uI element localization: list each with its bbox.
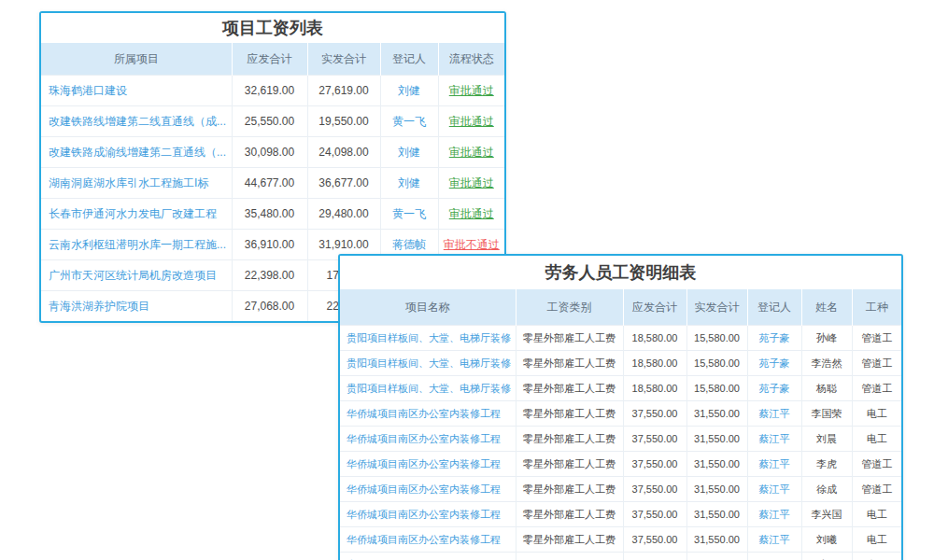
table-row: 贵阳项目样板间、大堂、电梯厅装修零星外部雇工人工费18,580.0015,580… (340, 376, 901, 401)
table-row: 湖南洞庭湖水库引水工程施工I标44,677.0036,677.00刘健审批通过 (41, 168, 504, 199)
registrar-link[interactable]: 蔡江平 (747, 427, 801, 452)
payable-amount: 39,403.00 (623, 553, 686, 560)
paid-amount: 24,098.00 (307, 137, 380, 168)
payable-amount: 22,398.00 (232, 260, 307, 291)
project-link[interactable]: 改建铁路成渝线增建第二直通线（... (41, 137, 232, 168)
column-header-registrar: 登记人 (747, 289, 801, 326)
table-row: 改建铁路线增建第二线直通线（成...25,550.0019,550.00黄一飞审… (41, 106, 504, 137)
paid-amount: 29,480.00 (307, 199, 380, 230)
paid-amount: 19,550.00 (307, 106, 380, 137)
status-link[interactable]: 审批通过 (438, 106, 504, 137)
worker-name-cell: 李浩然 (801, 351, 852, 376)
payable-amount: 18,580.00 (623, 326, 686, 351)
payable-amount: 27,068.00 (232, 291, 307, 322)
job-type-cell: 管道工 (852, 376, 901, 401)
project-salary-table-title: 项目工资列表 (41, 13, 504, 43)
wage-type-cell: 自有工人人工费 (516, 553, 623, 560)
registrar-link[interactable]: 蔡江平 (747, 502, 801, 527)
column-header-payable-total: 应发合计 (232, 43, 307, 76)
project-link[interactable]: 长春市伊通河水力发电厂改建工程 (41, 199, 232, 230)
column-header-paid-total: 实发合计 (307, 43, 380, 76)
payable-amount: 37,550.00 (623, 502, 686, 527)
labor-salary-detail-table-title: 劳务人员工资明细表 (340, 256, 901, 289)
column-header-payable-total: 应发合计 (623, 289, 686, 326)
project-link[interactable]: 珠海鹤港口建设 (41, 76, 232, 106)
status-link[interactable]: 审批通过 (438, 137, 504, 168)
project-link[interactable]: 贵阳项目样板间、大堂、电梯厅装修 (340, 376, 516, 401)
table-row: 华侨城项目南区办公室内装修工程零星外部雇工人工费37,550.0031,550.… (340, 427, 901, 452)
table-row: 华侨城项目南区办公室内装修工程零星外部雇工人工费37,550.0031,550.… (340, 477, 901, 502)
status-link[interactable]: 审批通过 (438, 168, 504, 199)
worker-name-cell: 孙峰 (801, 326, 852, 351)
wage-type-cell: 零星外部雇工人工费 (516, 502, 623, 527)
wage-type-cell: 零星外部雇工人工费 (516, 452, 623, 477)
payable-amount: 25,550.00 (232, 106, 307, 137)
column-header-project: 所属项目 (41, 43, 232, 76)
job-type-cell: 管道工 (852, 477, 901, 502)
paid-amount: 31,550.00 (686, 477, 747, 502)
header-row: 项目名称 工资类别 应发合计 实发合计 登记人 姓名 工种 (340, 289, 901, 326)
status-link[interactable]: 审批通过 (438, 76, 504, 106)
project-link[interactable]: 华侨城项目南区办公室内装修工程 (340, 477, 516, 502)
wage-type-cell: 零星外部雇工人工费 (516, 527, 623, 553)
job-type-cell: 管道工 (852, 452, 901, 477)
project-link[interactable]: 广州天河人民公园改造工程 (340, 553, 516, 560)
job-type-cell: 电工 (852, 427, 901, 452)
table-row: 华侨城项目南区办公室内装修工程零星外部雇工人工费37,550.0031,550.… (340, 401, 901, 427)
registrar-link[interactable]: 黄一飞 (380, 199, 438, 230)
project-link[interactable]: 云南水利枢纽潜明水库一期工程施... (41, 230, 232, 260)
paid-amount: 31,550.00 (686, 401, 747, 427)
registrar-link[interactable]: 蔡江平 (747, 527, 801, 553)
project-link[interactable]: 华侨城项目南区办公室内装修工程 (340, 452, 516, 477)
job-type-cell: 管道工 (852, 351, 901, 376)
project-link[interactable]: 贵阳项目样板间、大堂、电梯厅装修 (340, 351, 516, 376)
payable-amount: 37,550.00 (623, 477, 686, 502)
registrar-link[interactable]: 苑子豪 (747, 351, 801, 376)
registrar-link[interactable]: 苑子豪 (747, 326, 801, 351)
project-link[interactable]: 青海洪湖养护院项目 (41, 291, 232, 322)
project-link[interactable]: 广州市天河区统计局机房改造项目 (41, 260, 232, 291)
registrar-link[interactable]: 蔡江平 (747, 452, 801, 477)
column-header-project-name: 项目名称 (340, 289, 516, 326)
registrar-link[interactable]: 刘健 (380, 76, 438, 106)
worker-name-cell: 杨聪 (801, 376, 852, 401)
job-type-cell: 电工 (852, 502, 901, 527)
header-row: 所属项目 应发合计 实发合计 登记人 流程状态 (41, 43, 504, 76)
payable-amount: 37,550.00 (623, 527, 686, 553)
labor-salary-detail-table: 项目名称 工资类别 应发合计 实发合计 登记人 姓名 工种 贵阳项目样板间、大堂… (340, 289, 901, 560)
project-link[interactable]: 华侨城项目南区办公室内装修工程 (340, 427, 516, 452)
paid-amount: 15,580.00 (686, 326, 747, 351)
registrar-link[interactable]: 刘健 (380, 168, 438, 199)
status-link[interactable]: 审批通过 (438, 199, 504, 230)
table-row: 改建铁路成渝线增建第二直通线（...30,098.0024,098.00刘健审批… (41, 137, 504, 168)
payable-amount: 32,619.00 (232, 76, 307, 106)
table-row: 长春市伊通河水力发电厂改建工程35,480.0029,480.00黄一飞审批通过 (41, 199, 504, 230)
wage-type-cell: 零星外部雇工人工费 (516, 477, 623, 502)
worker-name-cell: 李虎 (801, 452, 852, 477)
paid-amount: 31,550.00 (686, 452, 747, 477)
registrar-link[interactable]: 蔡江平 (747, 401, 801, 427)
registrar-link[interactable]: 苑子豪 (747, 553, 801, 560)
table-row: 广州天河人民公园改造工程自有工人人工费39,403.0032,403.00苑子豪… (340, 553, 901, 560)
paid-amount: 31,550.00 (686, 427, 747, 452)
table-row: 华侨城项目南区办公室内装修工程零星外部雇工人工费37,550.0031,550.… (340, 502, 901, 527)
project-link[interactable]: 华侨城项目南区办公室内装修工程 (340, 527, 516, 553)
project-link[interactable]: 华侨城项目南区办公室内装修工程 (340, 502, 516, 527)
project-link[interactable]: 华侨城项目南区办公室内装修工程 (340, 401, 516, 427)
project-link[interactable]: 贵阳项目样板间、大堂、电梯厅装修 (340, 326, 516, 351)
registrar-link[interactable]: 苑子豪 (747, 376, 801, 401)
registrar-link[interactable]: 黄一飞 (380, 106, 438, 137)
paid-amount: 36,677.00 (307, 168, 380, 199)
project-link[interactable]: 改建铁路线增建第二线直通线（成... (41, 106, 232, 137)
worker-name-cell: 刘曦 (801, 527, 852, 553)
table-row: 华侨城项目南区办公室内装修工程零星外部雇工人工费37,550.0031,550.… (340, 527, 901, 553)
table-row: 华侨城项目南区办公室内装修工程零星外部雇工人工费37,550.0031,550.… (340, 452, 901, 477)
registrar-link[interactable]: 蔡江平 (747, 477, 801, 502)
job-type-cell: 电工 (852, 527, 901, 553)
registrar-link[interactable]: 刘健 (380, 137, 438, 168)
job-type-cell: 电工 (852, 401, 901, 427)
project-link[interactable]: 湖南洞庭湖水库引水工程施工I标 (41, 168, 232, 199)
payable-amount: 37,550.00 (623, 401, 686, 427)
payable-amount: 35,480.00 (232, 199, 307, 230)
worker-name-cell: 刘晨 (801, 427, 852, 452)
